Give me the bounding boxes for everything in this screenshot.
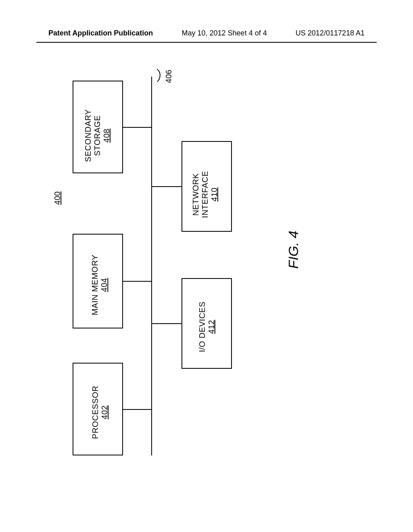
bus-line [151, 77, 152, 455]
iodev-num: 412 [207, 320, 216, 334]
figure-caption: FIG. 4 [286, 231, 301, 268]
stub-mainmem [123, 281, 151, 282]
header-rule [36, 42, 377, 43]
mainmem-num: 404 [100, 278, 108, 292]
block-diagram: PROCESSOR 402 MAIN MEMORY 404 SECONDARY … [48, 64, 282, 463]
secstore-num: 408 [102, 129, 111, 143]
secstore-title1: SECONDARY [83, 109, 92, 162]
processor-title: PROCESSOR [91, 386, 100, 439]
processor-num: 402 [100, 405, 109, 420]
netif-title1: NETWORK [191, 173, 200, 216]
secstore-title2: STORAGE [93, 115, 102, 156]
iodev-title: I/O DEVICES [198, 301, 206, 352]
stub-netif [151, 186, 181, 187]
sheet-label: May 10, 2012 Sheet 4 of 4 [182, 29, 267, 37]
bus-ref-arc [150, 69, 164, 82]
pub-label: Patent Application Publication [48, 29, 153, 37]
label-netif: NETWORK INTERFACE 410 [191, 171, 219, 218]
bus-ref: 406 [164, 70, 173, 83]
stub-secstore [123, 127, 151, 128]
label-processor: PROCESSOR 402 [91, 386, 109, 439]
stub-iodev [151, 323, 181, 324]
label-iodev: I/O DEVICES 412 [198, 301, 216, 352]
docket-num: US 2012/0117218 A1 [296, 29, 365, 37]
netif-num: 410 [210, 187, 219, 202]
netif-title2: INTERFACE [200, 171, 209, 218]
label-secstore: SECONDARY STORAGE 408 [83, 109, 111, 162]
label-mainmem: MAIN MEMORY 404 [90, 255, 109, 316]
mainmem-title: MAIN MEMORY [90, 255, 99, 316]
stub-processor [123, 409, 151, 410]
